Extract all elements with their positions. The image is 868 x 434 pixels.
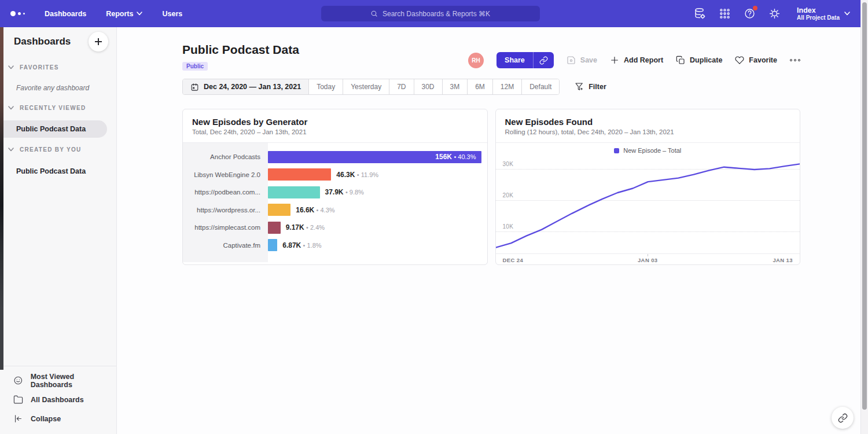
chevron-down-icon [8,148,14,152]
bar[interactable] [268,239,277,251]
date-range-button[interactable]: Dec 24, 2020 — Jan 13, 2021 [183,79,309,94]
card-header: New Episodes by Generator Total, Dec 24t… [183,109,487,143]
date-filter-bar: Dec 24, 2020 — Jan 13, 2021 Today Yester… [182,79,606,95]
chevron-down-icon [844,12,850,16]
preset-today[interactable]: Today [309,79,343,94]
smiley-icon [13,376,23,385]
bar[interactable] [268,222,281,234]
most-viewed-dashboards-button[interactable]: Most Viewed Dashboards [0,371,116,390]
data-source-icon[interactable] [694,8,706,20]
app-logo[interactable] [10,11,25,16]
scrollbar-thumb[interactable] [862,2,867,410]
x-axis: DEC 24 JAN 03 JAN 13 [496,253,800,265]
save-button[interactable]: Save [567,56,597,65]
add-report-button[interactable]: Add Report [610,56,663,65]
line-series [496,158,800,253]
main-content: Public Podcast Data Public RH Share Save [117,27,860,434]
chart-subtitle: Total, Dec 24th, 2020 – Jan 13th, 2021 [192,128,478,135]
sidebar-section-created-by-you[interactable]: CREATED BY YOU [0,146,116,153]
preset-6m[interactable]: 6M [468,79,493,94]
card-header: New Episodes Found Rolling (12 hours), t… [496,109,800,143]
collapse-icon [13,414,23,424]
sidebar-title: Dashboards [14,36,71,47]
preset-30d[interactable]: 30D [414,79,443,94]
bar-row[interactable]: https://wordpress.or... 16.6K • 4.3% [183,201,487,219]
nav-users[interactable]: Users [162,10,182,18]
visibility-badge: Public [182,62,208,71]
bar-chart-card[interactable]: New Episodes by Generator Total, Dec 24t… [182,109,488,265]
line-chart-card[interactable]: New Episodes Found Rolling (12 hours), t… [495,109,801,265]
share-button[interactable]: Share [496,52,533,68]
bar[interactable] [268,186,320,198]
date-range-segmented-control: Dec 24, 2020 — Jan 13, 2021 Today Yester… [182,79,560,95]
plus-icon [610,56,619,65]
bar[interactable]: 156K • 40.3% [268,151,481,163]
preset-default[interactable]: Default [522,79,559,94]
chevron-down-icon [137,12,142,16]
legend-swatch [614,148,619,153]
heart-icon [735,56,744,65]
copy-share-link-button[interactable] [533,52,554,68]
page-scrollbar[interactable] [860,0,868,434]
notification-dot [753,6,757,10]
project-subtitle: All Project Data [797,14,840,21]
duplicate-button[interactable]: Duplicate [676,56,722,65]
sidebar-section-recently-viewed[interactable]: RECENTLY VIEWED [0,105,116,111]
sidebar-item-public-podcast-data-created[interactable]: Public Podcast Data [0,167,86,175]
nav-reports[interactable]: Reports [106,10,142,18]
chevron-down-icon [8,65,14,69]
primary-nav: Dashboards Reports Users [45,10,182,18]
add-dashboard-button[interactable] [89,32,108,52]
horizontal-bar-chart: Anchor Podcasts 156K • 40.3% Libsyn WebE… [183,143,487,262]
preset-7d[interactable]: 7D [389,79,414,94]
project-name: Index [797,6,840,14]
chart-legend[interactable]: New Episode – Total [496,143,800,158]
settings-gear-icon[interactable] [768,8,781,20]
bar-row[interactable]: Libsyn WebEngine 2.0 46.3K • 11.9% [183,166,487,184]
bar[interactable] [268,204,290,216]
bar-row[interactable]: Captivate.fm 6.87K • 1.8% [183,237,487,255]
sidebar-section-favorites[interactable]: FAVORITES [0,64,116,71]
help-icon[interactable] [744,8,756,20]
chevron-down-icon [8,106,14,110]
share-split-button: Share [496,52,554,68]
sidebar: Dashboards FAVORITES Favorite any dashbo… [0,27,117,434]
page-title: Public Podcast Data [182,43,299,57]
sidebar-footer: Most Viewed Dashboards All Dashboards Co… [0,366,116,434]
bar-row[interactable]: https://podbean.com... 37.9K • 9.8% [183,183,487,201]
preset-12m[interactable]: 12M [493,79,522,94]
plus-icon [94,38,102,46]
search-icon [370,10,378,17]
chart-title: New Episodes Found [505,117,791,127]
favorite-button[interactable]: Favorite [735,56,777,65]
save-icon [567,56,576,65]
legend-label: New Episode – Total [623,147,681,154]
bar-row[interactable]: https://simplecast.com 9.17K • 2.4% [183,219,487,237]
project-selector[interactable]: Index All Project Data [797,6,850,21]
dashboard-actions: RH Share Save Add Report [468,52,800,68]
apps-grid-icon[interactable] [719,8,731,20]
avatar[interactable]: RH [468,53,484,68]
preset-yesterday[interactable]: Yesterday [343,79,389,94]
search-placeholder: Search Dashboards & Reports ⌘K [382,10,490,18]
preset-3m[interactable]: 3M [443,79,468,94]
nav-dashboards[interactable]: Dashboards [45,10,86,18]
sidebar-item-public-podcast-data[interactable]: Public Podcast Data [0,120,107,138]
link-icon [539,56,548,65]
all-dashboards-button[interactable]: All Dashboards [0,390,116,409]
bar[interactable] [268,168,331,181]
floating-link-button[interactable] [832,407,854,429]
top-navigation-bar: Dashboards Reports Users Search Dashboar… [0,0,860,27]
collapse-sidebar-button[interactable]: Collapse [0,409,116,428]
filter-button[interactable]: Filter [575,82,606,91]
line-chart-plot[interactable]: 30K20K10K [496,158,800,253]
app-window: Dashboards Reports Users Search Dashboar… [0,0,868,434]
search-input[interactable]: Search Dashboards & Reports ⌘K [321,6,540,21]
funnel-plus-icon [575,82,584,91]
chart-subtitle: Rolling (12 hours), total, Dec 24th, 202… [505,128,791,135]
more-options-button[interactable] [790,57,800,64]
copy-icon [676,56,685,65]
bar-row[interactable]: Anchor Podcasts 156K • 40.3% [183,148,487,166]
folder-icon [13,395,23,404]
favorites-empty-hint: Favorite any dashboard [16,84,89,92]
